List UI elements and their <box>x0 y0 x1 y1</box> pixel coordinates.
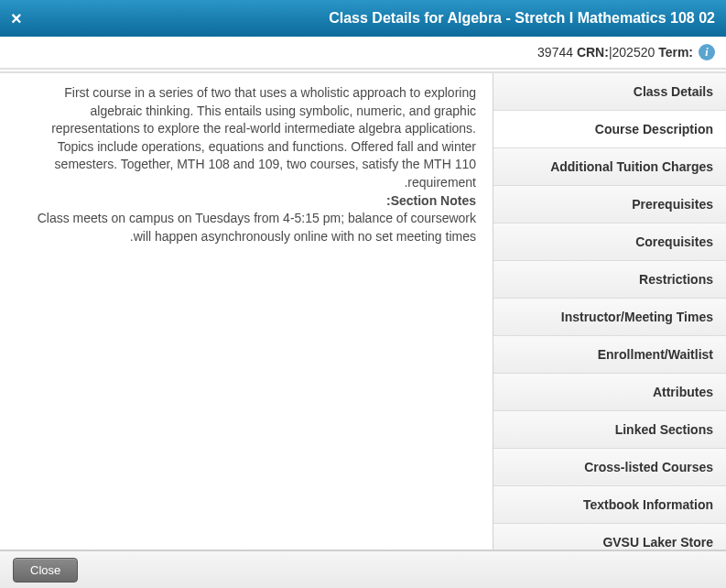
tab-course-description[interactable]: Course Description <box>493 111 726 148</box>
info-icon[interactable]: i <box>699 44 715 60</box>
crn-value: 39744 <box>537 45 573 60</box>
crn-label: CRN: <box>577 45 609 60</box>
tab-attributes[interactable]: Attributes <box>493 374 726 411</box>
term-value: 202520 <box>612 45 656 60</box>
tab-additional-tuition[interactable]: Additional Tuition Charges <box>493 148 726 186</box>
dialog-header: × Class Details for Algebra - Stretch I … <box>0 0 726 37</box>
section-notes-label: Section Notes: <box>16 192 476 211</box>
tab-textbook-info[interactable]: Textbook Information <box>493 486 726 524</box>
tabs-column: Class Details Course Description Additio… <box>493 73 726 575</box>
term-label: Term: <box>658 45 693 60</box>
tab-class-details[interactable]: Class Details <box>493 73 726 111</box>
tab-enrollment-waitlist[interactable]: Enrollment/Waitlist <box>493 336 726 374</box>
tab-restrictions[interactable]: Restrictions <box>493 261 726 299</box>
tab-cross-listed[interactable]: Cross-listed Courses <box>493 449 726 486</box>
detail-panel: First course in a series of two that use… <box>0 73 493 575</box>
section-notes-text: Class meets on campus on Tuesdays from 4… <box>38 211 476 244</box>
tab-prerequisites[interactable]: Prerequisites <box>493 186 726 223</box>
close-button[interactable]: Close <box>13 558 78 583</box>
dialog-title: Class Details for Algebra - Stretch I Ma… <box>26 10 715 27</box>
content-area: Class Details Course Description Additio… <box>0 71 726 575</box>
tab-instructor-meeting[interactable]: Instructor/Meeting Times <box>493 299 726 336</box>
info-bar: 39744 CRN: | 202520 Term: i <box>0 37 726 70</box>
dialog-footer: Close <box>0 550 726 588</box>
close-icon[interactable]: × <box>11 8 22 29</box>
tab-corequisites[interactable]: Corequisites <box>493 223 726 261</box>
course-description-text: First course in a series of two that use… <box>51 85 476 190</box>
tab-linked-sections[interactable]: Linked Sections <box>493 411 726 449</box>
